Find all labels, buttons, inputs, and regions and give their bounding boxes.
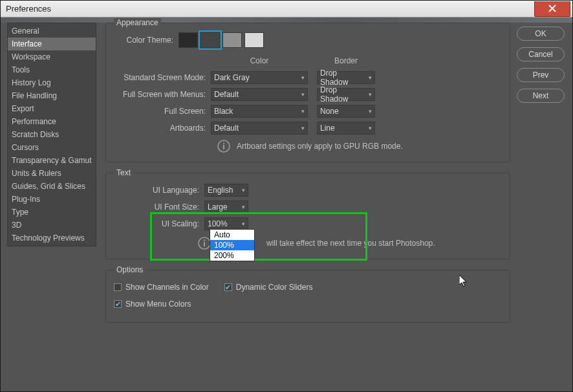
next-button[interactable]: Next xyxy=(517,89,565,103)
column-header-border: Border xyxy=(317,56,375,65)
select-fullscreen-color[interactable]: Black▾ xyxy=(211,105,308,118)
sidebar-item-export[interactable]: Export xyxy=(8,102,96,115)
checkbox-show-menu-colors[interactable]: ✔ Show Menu Colors xyxy=(114,299,191,309)
titlebar: Preferences xyxy=(1,1,572,17)
ui-scaling-dropdown[interactable]: Auto100%200% xyxy=(210,229,255,261)
select-fullmenus-color[interactable]: Default▾ xyxy=(211,88,308,101)
sidebar-item-cursors[interactable]: Cursors xyxy=(8,141,96,154)
dialog-buttons: OK Cancel Prev Next xyxy=(514,23,565,384)
sidebar-item-history-log[interactable]: History Log xyxy=(8,76,96,89)
sidebar-item-guides-grid-slices[interactable]: Guides, Grid & Slices xyxy=(8,180,96,193)
sidebar-item-3d[interactable]: 3D xyxy=(8,219,96,232)
color-theme-swatch[interactable] xyxy=(222,32,242,48)
ui-scaling-option[interactable]: Auto xyxy=(210,230,254,240)
text-info-left: will tak xyxy=(266,239,290,248)
sidebar-item-transparency-gamut[interactable]: Transparency & Gamut xyxy=(8,154,96,167)
ok-button[interactable]: OK xyxy=(517,27,565,41)
info-icon xyxy=(217,140,230,153)
sidebar-item-units-rulers[interactable]: Units & Rulers xyxy=(8,167,96,180)
sidebar-item-tools[interactable]: Tools xyxy=(8,63,96,76)
checkbox-box: ✔ xyxy=(224,283,232,291)
select-standard-border[interactable]: Drop Shadow▾ xyxy=(317,71,375,84)
column-header-color: Color xyxy=(211,56,308,65)
select-standard-color[interactable]: Dark Gray▾ xyxy=(211,71,308,84)
appearance-row-label: Standard Screen Mode: xyxy=(114,73,211,82)
chevron-down-icon: ▾ xyxy=(301,91,305,98)
text-info-right: e effect the next time you start Photosh… xyxy=(290,239,435,248)
appearance-info-text: Artboard settings only apply to GPU RGB … xyxy=(237,142,403,151)
sidebar-item-plug-ins[interactable]: Plug-Ins xyxy=(8,193,96,206)
prev-button[interactable]: Prev xyxy=(517,68,565,82)
chevron-down-icon: ▾ xyxy=(369,74,372,81)
ui-scaling-option[interactable]: 100% xyxy=(210,240,254,250)
chevron-down-icon: ▾ xyxy=(301,108,305,114)
chevron-down-icon: ▾ xyxy=(369,91,372,98)
select-artboards-border[interactable]: Line▾ xyxy=(317,122,375,135)
group-options: Options Show Channels in Color ✔ Dynamic… xyxy=(105,270,510,323)
select-artboards-color[interactable]: Default▾ xyxy=(211,122,308,135)
svg-rect-5 xyxy=(204,240,205,241)
ui-language-label: UI Language: xyxy=(114,186,204,195)
chevron-down-icon: ▾ xyxy=(242,204,245,210)
chevron-down-icon: ▾ xyxy=(301,74,305,81)
svg-rect-1 xyxy=(223,145,224,149)
info-icon xyxy=(198,237,211,250)
sidebar-item-interface[interactable]: Interface xyxy=(8,38,96,50)
chevron-down-icon: ▾ xyxy=(242,221,245,227)
checkbox-show-channels[interactable]: Show Channels in Color xyxy=(114,283,209,292)
sidebar-item-type[interactable]: Type xyxy=(8,206,96,219)
checkbox-box: ✔ xyxy=(114,300,122,308)
sidebar-item-file-handling[interactable]: File Handling xyxy=(8,89,96,102)
group-legend: Text xyxy=(114,168,133,177)
ui-language-select[interactable]: English ▾ xyxy=(204,184,248,197)
preferences-sidebar: GeneralInterfaceWorkspaceToolsHistory Lo… xyxy=(7,23,96,246)
svg-rect-2 xyxy=(223,143,224,144)
ui-font-size-label: UI Font Size: xyxy=(114,202,204,212)
sidebar-item-workspace[interactable]: Workspace xyxy=(8,50,96,63)
chevron-down-icon: ▾ xyxy=(242,187,245,193)
group-appearance: Appearance Color Theme: Color Border Sta… xyxy=(105,23,510,162)
cancel-button[interactable]: Cancel xyxy=(517,47,565,61)
appearance-info: Artboard settings only apply to GPU RGB … xyxy=(217,140,502,153)
sidebar-item-scratch-disks[interactable]: Scratch Disks xyxy=(8,128,96,141)
close-icon xyxy=(548,5,556,12)
appearance-row-label: Artboards: xyxy=(114,124,211,133)
group-legend: Options xyxy=(114,265,146,274)
color-theme-swatch[interactable] xyxy=(178,32,198,48)
ui-scaling-label: UI Scaling: xyxy=(114,219,204,228)
select-fullmenus-border[interactable]: Drop Shadow▾ xyxy=(317,88,375,101)
checkbox-dynamic-sliders[interactable]: ✔ Dynamic Color Sliders xyxy=(224,283,313,292)
ui-font-size-select[interactable]: Large ▾ xyxy=(204,201,248,213)
color-theme-label: Color Theme: xyxy=(114,36,178,45)
chevron-down-icon: ▾ xyxy=(369,108,372,114)
checkbox-box xyxy=(114,283,122,291)
svg-rect-4 xyxy=(204,242,205,246)
preferences-main: Appearance Color Theme: Color Border Sta… xyxy=(96,23,514,384)
sidebar-item-technology-previews[interactable]: Technology Previews xyxy=(8,232,96,245)
window-title: Preferences xyxy=(6,4,51,14)
sidebar-item-performance[interactable]: Performance xyxy=(8,115,96,128)
group-text: Text UI Language: English ▾ UI Font Size… xyxy=(105,173,510,259)
select-fullscreen-border[interactable]: None▾ xyxy=(317,105,375,118)
color-theme-swatch[interactable] xyxy=(244,32,264,48)
window-close-button[interactable] xyxy=(534,1,570,17)
color-theme-swatch[interactable] xyxy=(200,32,220,48)
sidebar-item-general[interactable]: General xyxy=(8,25,96,38)
ui-scaling-select[interactable]: 100% ▾ xyxy=(204,217,248,230)
group-legend: Appearance xyxy=(114,18,161,27)
appearance-row-label: Full Screen with Menus: xyxy=(114,90,211,99)
chevron-down-icon: ▾ xyxy=(301,125,305,131)
ui-scaling-option[interactable]: 200% xyxy=(210,250,254,261)
chevron-down-icon: ▾ xyxy=(369,125,372,131)
appearance-row-label: Full Screen: xyxy=(114,107,211,116)
